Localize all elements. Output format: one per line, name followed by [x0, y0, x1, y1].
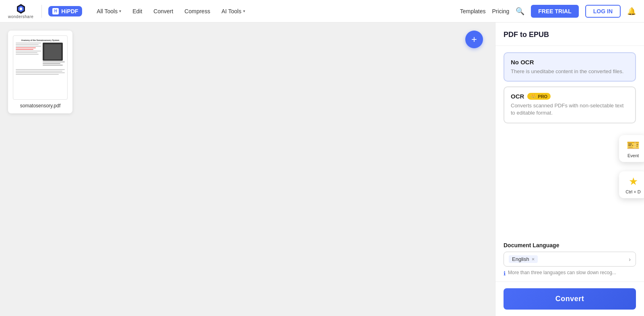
- plus-icon: +: [471, 34, 477, 45]
- info-icon: ℹ: [504, 270, 506, 277]
- hipdf-icon: H: [52, 8, 59, 14]
- bookmark-widget[interactable]: ★ Ctrl + D: [619, 171, 644, 198]
- thumb-col-left: [16, 43, 41, 66]
- language-tags: English ×: [509, 255, 538, 263]
- free-trial-button[interactable]: FREE TRIAL: [531, 5, 578, 18]
- pro-badge: 👑 PRO: [527, 93, 551, 100]
- nav-edit-label: Edit: [132, 8, 142, 14]
- nav-all-tools[interactable]: All Tools ▾: [92, 6, 126, 17]
- wondershare-text: wondershare: [8, 14, 33, 19]
- no-ocr-title: No OCR: [511, 59, 629, 66]
- convert-button[interactable]: Convert: [504, 288, 636, 310]
- no-ocr-desc: There is uneditabe content in the conver…: [511, 68, 629, 75]
- chevron-right-icon: ›: [629, 256, 631, 263]
- ocr-desc: Converts scanned PDFs with non-selectabl…: [511, 102, 629, 117]
- doc-language-label: Document Language: [504, 242, 636, 248]
- nav-items: All Tools ▾ Edit Convert Compress AI Too…: [92, 6, 460, 17]
- header: wondershare H HiPDF All Tools ▾ Edit Con…: [0, 0, 644, 23]
- main-layout: Anatomy of the Somatosensory System: [0, 23, 644, 316]
- thumb-text-block: [16, 43, 65, 66]
- thumb-title: Anatomy of the Somatosensory System: [16, 39, 65, 41]
- doc-language-section: Document Language English × › ℹ More tha…: [495, 242, 644, 281]
- nav-compress[interactable]: Compress: [180, 6, 215, 17]
- right-panel: PDF to EPUB No OCR There is uneditabe co…: [495, 23, 644, 316]
- event-icon: 🎫: [627, 139, 640, 152]
- bell-icon[interactable]: 🔔: [627, 7, 636, 16]
- hipdf-badge[interactable]: H HiPDF: [48, 6, 82, 16]
- nav-ai-tools-label: AI Tools: [221, 8, 242, 14]
- nav-pricing[interactable]: Pricing: [492, 8, 510, 14]
- language-warning: ℹ More than three languages can slow dow…: [504, 270, 636, 277]
- panel-title: PDF to EPUB: [495, 23, 644, 46]
- chevron-down-icon-ai: ▾: [243, 9, 245, 13]
- thumb-bottom-lines: [43, 62, 65, 66]
- crown-icon: 👑: [530, 94, 536, 99]
- logo: wondershare: [8, 3, 33, 19]
- ocr-card[interactable]: OCR 👑 PRO Converts scanned PDFs with non…: [504, 86, 636, 123]
- nav-ai-tools[interactable]: AI Tools ▾: [217, 6, 250, 17]
- nav-convert-label: Convert: [153, 8, 173, 14]
- ocr-title: OCR 👑 PRO: [511, 93, 629, 100]
- search-icon[interactable]: 🔍: [516, 7, 524, 16]
- add-file-button[interactable]: +: [465, 31, 483, 48]
- nav-edit[interactable]: Edit: [128, 6, 147, 17]
- pdf-thumbnail: Anatomy of the Somatosensory System: [13, 35, 68, 100]
- wondershare-logo: wondershare: [8, 3, 33, 19]
- remove-language-button[interactable]: ×: [532, 256, 535, 262]
- header-divider: [41, 5, 42, 18]
- nav-templates[interactable]: Templates: [460, 8, 486, 14]
- chevron-down-icon: ▾: [119, 9, 121, 13]
- left-content: Anatomy of the Somatosensory System: [0, 23, 495, 316]
- no-ocr-card[interactable]: No OCR There is uneditabe content in the…: [504, 52, 636, 82]
- nav-right: Templates Pricing 🔍 FREE TRIAL LOG IN 🔔: [460, 5, 636, 18]
- nav-convert[interactable]: Convert: [149, 6, 178, 17]
- event-label: Event: [627, 153, 639, 158]
- star-icon: ★: [629, 175, 638, 188]
- thumb-image-inner: [44, 44, 61, 60]
- thumb-col-right: [43, 43, 65, 66]
- pdf-card[interactable]: Anatomy of the Somatosensory System: [8, 31, 72, 113]
- thumb-image-box: [43, 43, 63, 61]
- language-tag-english: English ×: [509, 255, 538, 263]
- nav-compress-label: Compress: [184, 8, 210, 14]
- hipdf-label: HiPDF: [61, 8, 78, 14]
- convert-btn-container: Convert: [495, 281, 644, 316]
- language-selector[interactable]: English × ›: [504, 252, 636, 267]
- nav-all-tools-label: All Tools: [97, 8, 118, 14]
- pdf-filename: somatosensory.pdf: [20, 103, 61, 109]
- bookmark-label: Ctrl + D: [625, 189, 641, 194]
- event-widget[interactable]: 🎫 Event: [619, 135, 644, 162]
- login-button[interactable]: LOG IN: [585, 5, 621, 18]
